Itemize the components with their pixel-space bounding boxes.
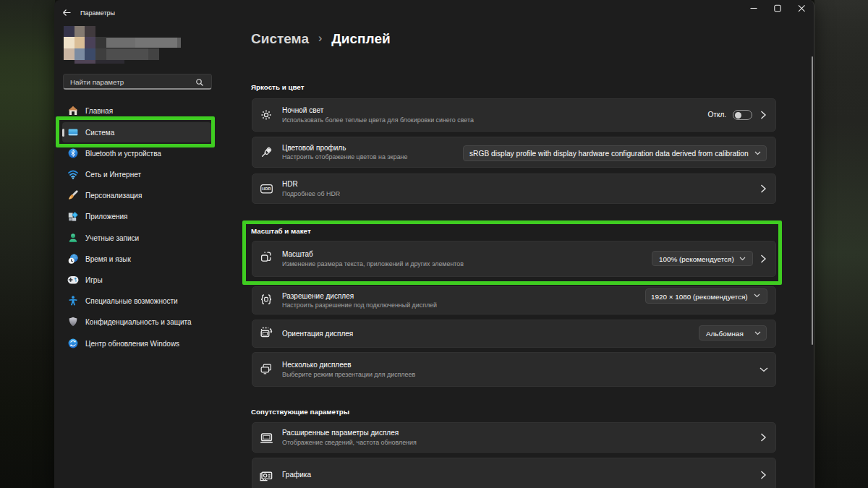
svg-text:HDR: HDR <box>262 187 271 191</box>
